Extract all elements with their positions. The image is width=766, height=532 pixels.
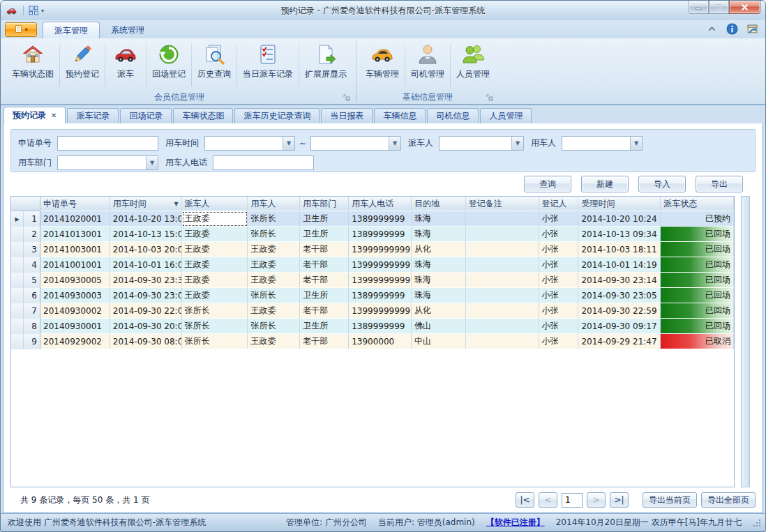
cell-status[interactable]: 已回场	[661, 303, 734, 319]
cell-remark[interactable]	[466, 334, 539, 349]
export-all-pages-button[interactable]: 导出全部页	[701, 492, 756, 508]
cell-department[interactable]: 老干部	[300, 257, 349, 273]
cell-department[interactable]: 卫生所	[300, 319, 349, 334]
cell-registrar[interactable]: 小张	[539, 257, 579, 273]
ribbon-item[interactable]: 历史查询	[192, 40, 236, 89]
column-header-status[interactable]: 派车状态	[661, 197, 734, 211]
cell-phone[interactable]: 1389999999	[349, 288, 412, 303]
cell-department[interactable]: 老干部	[300, 334, 349, 349]
cell-user[interactable]: 张所长	[248, 227, 300, 242]
column-header-phone[interactable]: 用车人电话	[349, 197, 412, 211]
ribbon-tab[interactable]: 系统管理	[100, 22, 156, 38]
cell-status[interactable]: 已回场	[661, 288, 734, 303]
cell-dispatcher[interactable]: 王政委	[182, 242, 248, 257]
department-select[interactable]: ▼	[57, 155, 158, 170]
maximize-button[interactable]	[709, 1, 729, 14]
cell-registrar[interactable]: 小张	[539, 319, 579, 334]
cell-user[interactable]: 张所长	[248, 211, 300, 227]
query-button[interactable]: 查询	[524, 176, 571, 192]
cell-destination[interactable]: 从化	[412, 242, 466, 257]
close-icon[interactable]: ✕	[51, 112, 57, 119]
cell-phone[interactable]: 13999999999	[349, 257, 412, 273]
import-button[interactable]: 导入	[638, 176, 686, 192]
cell-use_time[interactable]: 2014-09-30 23:30	[110, 273, 182, 288]
cell-accept_time[interactable]: 2014-09-30 23:05	[578, 288, 661, 303]
cell-destination[interactable]: 佛山	[412, 319, 466, 334]
cell-department[interactable]: 卫生所	[300, 211, 349, 227]
use-time-from-select[interactable]: ▼	[204, 136, 295, 151]
cell-registrar[interactable]: 小张	[539, 273, 579, 288]
doc-tab[interactable]: 司机信息	[427, 108, 479, 123]
table-row[interactable]: 8201409300012014-09-30 20:00张所长张所长卫生所138…	[11, 319, 734, 334]
chevron-down-icon[interactable]: ▼	[630, 137, 642, 150]
order-no-input[interactable]	[57, 136, 158, 151]
cell-department[interactable]: 老干部	[300, 242, 349, 257]
chevron-down-icon[interactable]: ▼	[511, 137, 523, 150]
table-row[interactable]: 7201409300022014-09-30 22:00张所长王政委老干部139…	[11, 303, 734, 319]
cell-order_no[interactable]: 20140930001	[40, 319, 110, 334]
ribbon-item[interactable]: 司机管理	[405, 40, 450, 89]
cell-status[interactable]: 已回场	[661, 227, 734, 242]
cell-order_no[interactable]: 20141020001	[40, 211, 110, 227]
cell-order_no[interactable]: 20140930003	[40, 288, 110, 303]
ribbon-item[interactable]: 回场登记	[147, 40, 191, 89]
cell-status[interactable]: 已取消	[661, 334, 734, 349]
cell-destination[interactable]: 珠海	[412, 288, 466, 303]
cell-status[interactable]: 已回场	[661, 257, 734, 273]
row-indicator[interactable]	[11, 334, 24, 349]
export-button[interactable]: 导出	[696, 176, 743, 192]
column-header-accept_time[interactable]: 受理时间	[578, 197, 661, 211]
cell-order_no[interactable]: 20141003001	[40, 242, 110, 257]
cell-user[interactable]: 王政委	[248, 242, 300, 257]
cell-destination[interactable]: 中山	[412, 334, 466, 349]
chevron-down-icon[interactable]: ▼	[389, 137, 400, 150]
user-select[interactable]: ▼	[562, 136, 643, 151]
column-header-use_time[interactable]: 用车时间▼	[110, 197, 182, 211]
column-header-user[interactable]: 用车人	[248, 197, 300, 211]
chevron-down-icon[interactable]: ▼	[283, 137, 294, 150]
resize-grip[interactable]	[753, 519, 761, 527]
column-header-destination[interactable]: 目的地	[412, 197, 466, 211]
dialog-launcher-icon[interactable]	[486, 94, 494, 102]
cell-phone[interactable]: 1389999999	[349, 319, 412, 334]
cell-user[interactable]: 王政委	[248, 303, 300, 319]
doc-tab[interactable]: 派车历史记录查询	[234, 108, 320, 123]
row-indicator[interactable]	[11, 257, 24, 273]
cell-dispatcher[interactable]: 王政委	[182, 273, 248, 288]
cell-destination[interactable]: 珠海	[412, 227, 466, 242]
cell-user[interactable]: 王政委	[248, 273, 300, 288]
cell-use_time[interactable]: 2014-10-03 20:00	[110, 242, 182, 257]
doc-tab[interactable]: 派车记录	[67, 108, 119, 123]
cell-accept_time[interactable]: 2014-10-03 18:11	[578, 242, 661, 257]
vertical-scrollbar[interactable]	[741, 196, 750, 487]
cell-remark[interactable]	[466, 227, 539, 242]
cell-remark[interactable]	[466, 242, 539, 257]
sort-indicator-icon[interactable]: ▼	[174, 201, 178, 207]
cell-dispatcher[interactable]: 张所长	[182, 319, 248, 334]
dialog-launcher-icon[interactable]	[343, 94, 351, 102]
pager-last-button[interactable]: >|	[610, 492, 629, 508]
ribbon-tab[interactable]: 派车管理	[43, 22, 100, 38]
cell-order_no[interactable]: 20141001001	[40, 257, 110, 273]
cell-registrar[interactable]: 小张	[539, 334, 579, 349]
cell-dispatcher[interactable]: 张所长	[182, 334, 248, 349]
minimize-button[interactable]	[689, 1, 709, 14]
cell-order_no[interactable]: 20140929002	[40, 334, 110, 349]
cell-order_no[interactable]: 20140930005	[40, 273, 110, 288]
cell-status[interactable]: 已回场	[661, 242, 734, 257]
cell-accept_time[interactable]: 2014-09-30 23:14	[578, 273, 661, 288]
grid-corner[interactable]	[11, 197, 40, 211]
create-button[interactable]: 新建	[581, 176, 629, 192]
cell-remark[interactable]	[466, 211, 539, 227]
export-current-page-button[interactable]: 导出当前页	[643, 492, 697, 508]
cell-order_no[interactable]: 20140930002	[40, 303, 110, 319]
ribbon-item[interactable]: 车辆管理	[360, 40, 405, 89]
cell-status[interactable]: 已回场	[661, 273, 734, 288]
window-style-icon[interactable]	[746, 23, 758, 35]
cell-accept_time[interactable]: 2014-10-20 10:24	[578, 211, 661, 227]
cell-user[interactable]: 张所长	[248, 288, 300, 303]
cell-destination[interactable]: 珠海	[412, 211, 466, 227]
cell-accept_time[interactable]: 2014-09-30 22:59	[578, 303, 661, 319]
cell-dispatcher[interactable]: 王政委	[182, 227, 248, 242]
ribbon-item[interactable]: 车辆状态图	[6, 40, 59, 89]
